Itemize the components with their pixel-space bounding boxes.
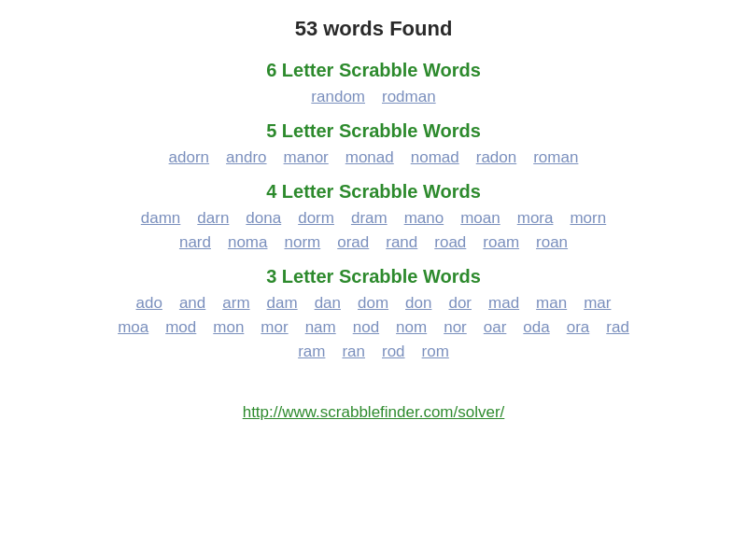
word-rod[interactable]: rod bbox=[380, 342, 407, 362]
word-man[interactable]: man bbox=[534, 293, 569, 314]
word-moa[interactable]: moa bbox=[116, 317, 150, 338]
word-rand[interactable]: rand bbox=[384, 232, 419, 253]
word-ram[interactable]: ram bbox=[296, 342, 327, 362]
section-3: 3 Letter Scrabble Wordsadoandarmdamdando… bbox=[19, 257, 728, 366]
word-ado[interactable]: ado bbox=[134, 293, 164, 314]
words-row-0-0: randomrodman bbox=[309, 87, 437, 107]
word-roam[interactable]: roam bbox=[481, 232, 521, 253]
section-1: 5 Letter Scrabble Wordsadornandromanormo… bbox=[19, 111, 728, 172]
word-and[interactable]: and bbox=[177, 293, 207, 314]
word-moan[interactable]: moan bbox=[458, 208, 502, 229]
word-nod[interactable]: nod bbox=[351, 317, 381, 338]
section-heading-2: 4 Letter Scrabble Words bbox=[266, 181, 481, 203]
word-don[interactable]: don bbox=[403, 293, 433, 314]
word-dona[interactable]: dona bbox=[244, 208, 283, 229]
word-oar[interactable]: oar bbox=[482, 317, 509, 338]
word-oda[interactable]: oda bbox=[521, 317, 551, 338]
words-row-1-0: adornandromanormonadnomadradonroman bbox=[167, 147, 581, 168]
word-radon[interactable]: radon bbox=[474, 147, 518, 168]
word-road[interactable]: road bbox=[432, 232, 468, 253]
word-manor[interactable]: manor bbox=[282, 147, 331, 168]
words-row-2-1: nardnomanormoradrandroadroamroan bbox=[177, 232, 570, 253]
word-mora[interactable]: mora bbox=[515, 208, 556, 229]
words-row-3-0: adoandarmdamdandomdondormadmanmar bbox=[134, 293, 613, 314]
word-rodman[interactable]: rodman bbox=[380, 87, 438, 107]
word-darn[interactable]: darn bbox=[195, 208, 231, 229]
words-row-3-2: ramranrodrom bbox=[296, 342, 451, 362]
word-nomad[interactable]: nomad bbox=[409, 147, 461, 168]
words-row-2-0: damndarndonadormdrammanomoanmoramorn bbox=[139, 208, 608, 229]
word-dor[interactable]: dor bbox=[446, 293, 473, 314]
word-orad[interactable]: orad bbox=[335, 232, 371, 253]
word-dan[interactable]: dan bbox=[313, 293, 343, 314]
word-mon[interactable]: mon bbox=[211, 317, 246, 338]
word-andro[interactable]: andro bbox=[224, 147, 268, 168]
word-ran[interactable]: ran bbox=[340, 342, 367, 362]
word-nam[interactable]: nam bbox=[303, 317, 338, 338]
word-mano[interactable]: mano bbox=[402, 208, 446, 229]
section-0: 6 Letter Scrabble Wordsrandomrodman bbox=[19, 50, 728, 111]
word-mar[interactable]: mar bbox=[582, 293, 613, 314]
word-random[interactable]: random bbox=[309, 87, 367, 107]
word-mor[interactable]: mor bbox=[259, 317, 289, 338]
word-rom[interactable]: rom bbox=[420, 342, 451, 362]
section-heading-1: 5 Letter Scrabble Words bbox=[266, 120, 481, 142]
word-dram[interactable]: dram bbox=[349, 208, 389, 229]
word-mod[interactable]: mod bbox=[163, 317, 198, 338]
word-arm[interactable]: arm bbox=[220, 293, 251, 314]
words-row-3-1: moamodmonmornamnodnomnoroarodaorarad bbox=[116, 317, 631, 338]
word-nor[interactable]: nor bbox=[442, 317, 469, 338]
word-nom[interactable]: nom bbox=[394, 317, 429, 338]
word-rad[interactable]: rad bbox=[604, 317, 631, 338]
word-norm[interactable]: norm bbox=[282, 232, 322, 253]
word-roan[interactable]: roan bbox=[534, 232, 570, 253]
section-heading-0: 6 Letter Scrabble Words bbox=[266, 60, 481, 81]
word-nard[interactable]: nard bbox=[177, 232, 213, 253]
section-heading-3: 3 Letter Scrabble Words bbox=[266, 266, 481, 287]
footer-link[interactable]: http://www.scrabblefinder.com/solver/ bbox=[243, 403, 505, 422]
word-monad[interactable]: monad bbox=[344, 147, 396, 168]
word-dorm[interactable]: dorm bbox=[296, 208, 336, 229]
word-damn[interactable]: damn bbox=[139, 208, 183, 229]
word-morn[interactable]: morn bbox=[568, 208, 608, 229]
word-dom[interactable]: dom bbox=[356, 293, 390, 314]
word-adorn[interactable]: adorn bbox=[167, 147, 211, 168]
page-title: 53 words Found bbox=[295, 17, 453, 41]
word-mad[interactable]: mad bbox=[486, 293, 521, 314]
word-ora[interactable]: ora bbox=[565, 317, 592, 338]
section-2: 4 Letter Scrabble Wordsdamndarndonadormd… bbox=[19, 172, 728, 257]
word-noma[interactable]: noma bbox=[226, 232, 270, 253]
word-dam[interactable]: dam bbox=[265, 293, 300, 314]
word-roman[interactable]: roman bbox=[531, 147, 580, 168]
